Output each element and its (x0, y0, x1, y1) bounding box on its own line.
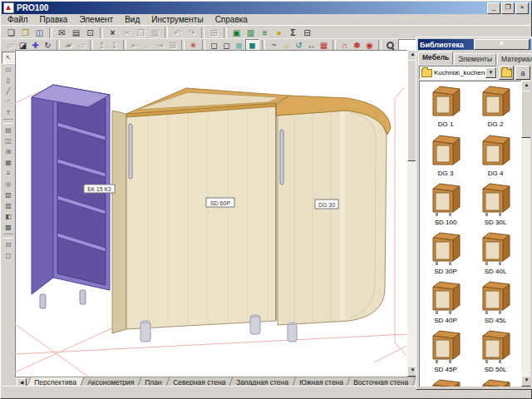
toolbar-separator (3, 234, 13, 239)
print-button[interactable]: ▤ (69, 27, 83, 38)
draw-arc-tool-button[interactable]: ◜ (2, 96, 14, 107)
undo-button[interactable]: ↶ (170, 27, 185, 38)
menu-element[interactable]: Элемент (73, 15, 119, 24)
text-tool-button[interactable]: T (2, 107, 14, 118)
shape-tool-10-button[interactable]: ▦ (2, 157, 14, 168)
shape-tool-12-button[interactable]: ◎ (2, 179, 14, 190)
paste-button[interactable]: ▥ (148, 27, 162, 38)
cabinet-thumbnail (483, 282, 510, 314)
projection-icon: ▣ (233, 28, 240, 37)
library-item[interactable]: SD 45P (421, 328, 470, 377)
open-folder-icon: ❐ (22, 28, 29, 37)
text-tool-icon: T (7, 109, 11, 116)
menu-edit[interactable]: Правка (34, 15, 74, 24)
library-path-combo[interactable]: Kuchnia\_kuchenne \Szafki dol ▼ (419, 66, 497, 80)
library-path: Kuchnia\_kuchenne \Szafki dol (434, 69, 485, 76)
menu-file[interactable]: Файл (2, 15, 34, 24)
delete-icon: × (111, 28, 116, 37)
properties-button[interactable]: ⊞ (207, 27, 221, 38)
shape-tool-16-button[interactable]: ▩ (2, 222, 14, 233)
axes-icon: ◉ (366, 41, 373, 50)
draw-line-tool-button[interactable]: ╱ (2, 86, 14, 96)
toolbar-separator (224, 27, 227, 38)
close-button[interactable]: × (515, 2, 529, 14)
show-cabinet-button[interactable]: ▥ (244, 27, 258, 38)
library-item[interactable] (421, 377, 470, 387)
show-projection-button[interactable]: ▣ (229, 27, 244, 38)
corner-cabinet-dg30[interactable] (276, 96, 391, 342)
report-list-button[interactable]: ≡ (258, 27, 272, 38)
print-preview-button[interactable]: ⊡ (83, 27, 97, 38)
shape-tool-13-button[interactable]: ▧ (2, 190, 14, 200)
library-item[interactable]: DG 4 (470, 131, 520, 180)
shape-tool-9-button[interactable]: ⊞ (2, 146, 14, 157)
cut-button[interactable]: ✂ (120, 27, 134, 38)
library-path-row: Kuchnia\_kuchenne \Szafki dol ▼ ↑ a (419, 66, 530, 80)
library-scrollbar[interactable]: ▲ ▼ (521, 81, 530, 387)
library-item[interactable]: DG 2 (470, 82, 520, 131)
menu-tools[interactable]: Инструменты (145, 15, 209, 24)
door-handle (129, 124, 132, 179)
new-file-button[interactable]: ❏ (4, 27, 18, 38)
color-cube-icon: ◼ (235, 41, 242, 50)
folder-up-button[interactable]: ↑ (499, 66, 514, 80)
shape-tool-15-button[interactable]: ◧ (2, 211, 14, 222)
cabinet-leg (80, 290, 86, 304)
summary-button[interactable]: Σ (286, 27, 300, 38)
shape-tool-8-button[interactable]: ◫ (2, 135, 14, 146)
minimize-button[interactable]: _ (487, 2, 500, 14)
base-cabinet-sd60p[interactable] (112, 88, 289, 342)
library-item[interactable]: SD 40P (421, 278, 470, 328)
cabinet-tool-icon: ▭ (5, 66, 12, 73)
library-item[interactable]: SD 45L (470, 278, 520, 328)
library-item[interactable]: SD 50L (470, 328, 520, 377)
library-close-button[interactable]: × (474, 39, 530, 50)
open-button[interactable]: ❐ (18, 27, 32, 38)
collision-icon: ✳ (190, 41, 196, 50)
align-center-icon: ↔ (144, 41, 152, 50)
draw-board-tool-button[interactable]: ▯ (2, 75, 14, 86)
wireframe-cube-icon: ◻ (210, 41, 217, 50)
report-button[interactable]: ⊟ (300, 27, 314, 38)
chevron-down-icon[interactable]: ▼ (485, 67, 496, 78)
cabinet-thumbnail (483, 135, 510, 165)
scroll-down-button[interactable]: ▼ (521, 376, 530, 387)
library-item[interactable]: SD 40L (470, 229, 520, 278)
scene-view[interactable]: БК 15 КЗ SD 60P DG 30 (15, 50, 407, 377)
price-button[interactable]: ● (272, 27, 286, 38)
cabinet-thumbnail (433, 380, 460, 387)
menu-view[interactable]: Вид (119, 15, 145, 24)
export-button[interactable]: ✉ (55, 27, 69, 38)
redo-button[interactable]: ↷ (185, 27, 199, 38)
shape-tool-7-button[interactable]: ▤ (2, 125, 14, 135)
undo-icon: ↶ (174, 28, 180, 37)
scrollbar-thumb[interactable] (521, 91, 530, 138)
export-icon: ✉ (58, 28, 65, 37)
library-item[interactable]: SD 30L (470, 180, 520, 229)
shape-tool-17-button[interactable]: ⊟ (2, 239, 14, 250)
delete-button[interactable]: × (106, 27, 120, 38)
shape-tool-18-button[interactable]: ◻ (2, 250, 14, 261)
properties-icon: ⊞ (210, 28, 217, 37)
menu-help[interactable]: Справка (209, 15, 254, 24)
maximize-button[interactable]: ❐ (501, 2, 515, 14)
draw-cabinet-tool-button[interactable]: ▭ (2, 64, 14, 75)
tab-elements[interactable]: Элементы (454, 53, 496, 65)
move-up-icon: ↥ (98, 41, 105, 50)
sort-button[interactable]: a (515, 66, 530, 80)
save-button[interactable]: ◫ (32, 27, 47, 38)
tab-materials[interactable]: Материалы (497, 53, 532, 65)
library-item[interactable]: DG 1 (421, 82, 470, 131)
shape-tool-14-button[interactable]: ▥ (2, 200, 14, 211)
tab-furniture[interactable]: Мебель (418, 52, 453, 65)
select-tool-button[interactable]: ↖ (2, 52, 15, 64)
library-item[interactable]: DG 3 (421, 131, 470, 180)
library-item[interactable] (470, 377, 520, 387)
pan-icon: ↔ (308, 41, 316, 50)
copy-button[interactable]: ❐ (134, 27, 148, 38)
library-title: Библиотека (420, 41, 474, 49)
library-item[interactable]: SD 30P (421, 229, 470, 278)
purple-shelf-unit[interactable] (32, 85, 110, 308)
shape-tool-11-button[interactable]: ≡ (2, 168, 14, 179)
library-item[interactable]: SD 100 (421, 180, 470, 229)
